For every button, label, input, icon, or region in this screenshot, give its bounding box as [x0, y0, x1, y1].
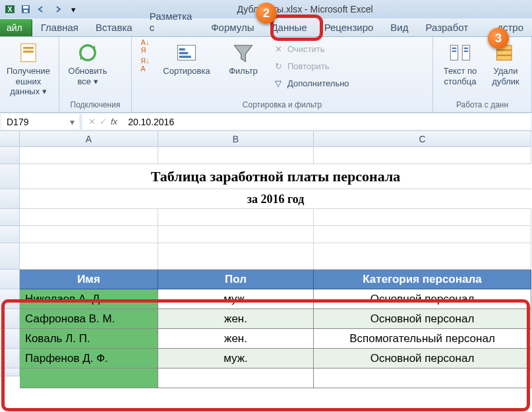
- svg-rect-17: [464, 47, 469, 49]
- ribbon: Получение ешних данных ▾ Обновить все ▾ …: [0, 37, 532, 113]
- name-box[interactable]: D179 ▾: [1, 114, 80, 129]
- database-icon: [16, 41, 40, 65]
- qat-dropdown-icon[interactable]: ▾: [66, 2, 80, 16]
- group-sort-filter: А↓Я Я↓А Сортировка Фильтр ✕Очистить ↻Пов…: [132, 37, 433, 112]
- table-row[interactable]: Николаев А. Д. муж. Основной персонал: [0, 289, 532, 309]
- tab-layout[interactable]: Разметка с: [141, 7, 203, 36]
- text-columns-label: Текст по столбца: [444, 66, 477, 86]
- col-header-a[interactable]: A: [20, 131, 158, 147]
- column-headers: A B C: [0, 131, 532, 147]
- tab-home[interactable]: Главная: [32, 18, 87, 36]
- select-all-corner[interactable]: [0, 131, 20, 147]
- cell-name: Николаев А. Д.: [20, 289, 158, 309]
- quick-access-toolbar: X ▾: [3, 2, 80, 16]
- cell-cat: Основной персонал: [314, 289, 531, 309]
- advanced-icon: ▽: [273, 78, 283, 88]
- svg-rect-18: [464, 51, 469, 52]
- tab-insert[interactable]: Вставка: [87, 18, 141, 36]
- refresh-icon: [76, 41, 100, 65]
- get-data-label: Получение ешних данных ▾: [7, 66, 50, 97]
- cell-name: Сафронова В. М.: [20, 309, 158, 329]
- th-sex: Пол: [158, 270, 314, 289]
- redo-icon[interactable]: [50, 2, 65, 16]
- funnel-icon: [231, 41, 255, 65]
- sheet-body[interactable]: Таблица заработной платы персонала за 20…: [0, 147, 532, 376]
- sort-label: Сортировка: [163, 66, 210, 76]
- svg-rect-20: [497, 51, 512, 55]
- sort-desc-icon: Я↓А: [140, 59, 150, 70]
- group-label-sort: Сортировка и фильтр: [137, 99, 427, 111]
- cell-sex: муж.: [158, 349, 314, 368]
- namebox-dropdown-icon[interactable]: ▾: [70, 117, 74, 127]
- sort-button[interactable]: Сортировка: [157, 40, 216, 77]
- spreadsheet-grid: A B C Таблица заработной платы персонала…: [0, 131, 532, 376]
- name-box-value: D179: [7, 117, 28, 127]
- table-row[interactable]: Сафронова В. М. жен. Основной персонал: [0, 309, 532, 329]
- annotation-callout-2: 2: [256, 3, 277, 24]
- save-icon[interactable]: [18, 2, 33, 16]
- cell-cat: Вспомогательный персонал: [314, 329, 531, 349]
- tab-formulas[interactable]: Формулы: [202, 18, 262, 36]
- svg-rect-10: [179, 48, 185, 50]
- filter-label: Фильтр: [229, 66, 258, 76]
- group-label-1: [5, 108, 53, 111]
- svg-rect-7: [23, 51, 34, 53]
- svg-rect-3: [23, 6, 28, 9]
- group-get-data: Получение ешних данных ▾: [0, 37, 59, 112]
- table-row[interactable]: Парфенов Д. Ф. муж. Основной персонал: [0, 349, 532, 368]
- filter-button[interactable]: Фильтр: [220, 40, 266, 77]
- text-columns-icon: [448, 41, 472, 65]
- svg-rect-15: [452, 47, 457, 49]
- get-external-data-button[interactable]: Получение ешних данных ▾: [5, 40, 51, 98]
- th-name: Имя: [20, 270, 158, 289]
- cancel-formula-icon[interactable]: ✕: [88, 117, 96, 127]
- sort-icon: [175, 41, 198, 65]
- enter-formula-icon[interactable]: ✓: [100, 117, 107, 127]
- svg-rect-16: [452, 51, 457, 52]
- fx-icon[interactable]: fх: [111, 117, 117, 127]
- remove-dup-label: Удали дублик: [492, 66, 519, 86]
- col-header-b[interactable]: B: [158, 131, 314, 147]
- cell-name: Коваль Л. П.: [20, 329, 158, 349]
- sort-asc-icon: А↓Я: [140, 41, 150, 51]
- tab-review[interactable]: Рецензиро: [316, 18, 382, 36]
- table-row-partial[interactable]: [0, 368, 532, 376]
- formula-bar: D179 ▾ ✕ ✓ fх 20.10.2016: [0, 113, 532, 131]
- clear-icon: ✕: [273, 44, 283, 54]
- svg-rect-21: [497, 56, 512, 61]
- advanced-filter-button[interactable]: ▽Дополнительно: [270, 76, 352, 90]
- cell-sex: муж.: [158, 289, 314, 309]
- sort-desc-button[interactable]: Я↓А: [137, 58, 153, 71]
- cell-sex: жен.: [158, 329, 314, 349]
- svg-text:X: X: [8, 6, 13, 13]
- svg-rect-4: [24, 10, 28, 13]
- formula-input[interactable]: 20.10.2016: [123, 117, 531, 127]
- group-connections: Обновить все ▾ Подключения: [59, 37, 132, 112]
- refresh-label: Обновить все ▾: [69, 66, 107, 86]
- col-header-c[interactable]: C: [314, 131, 531, 147]
- cell-sex: жен.: [158, 309, 314, 329]
- table-header-row: Имя Пол Категория персонала: [0, 270, 532, 289]
- group-label-datatools: Работа с данн: [438, 99, 526, 111]
- th-cat: Категория персонала: [314, 270, 531, 289]
- reapply-button[interactable]: ↻Повторить: [270, 59, 352, 73]
- clear-filter-button[interactable]: ✕Очистить: [270, 42, 352, 55]
- tab-view[interactable]: Вид: [382, 18, 417, 36]
- cell-cat: Основной персонал: [314, 309, 531, 329]
- svg-rect-11: [179, 52, 189, 54]
- table-row[interactable]: Коваль Л. П. жен. Вспомогательный персон…: [0, 329, 532, 349]
- tab-file[interactable]: айл: [0, 19, 32, 36]
- cell-cat: Основной персонал: [314, 349, 531, 368]
- undo-icon[interactable]: [34, 2, 49, 16]
- group-label-connections: Подключения: [65, 99, 126, 111]
- text-to-columns-button[interactable]: Текст по столбца: [438, 40, 482, 88]
- cell-name: Парфенов Д. Ф.: [20, 349, 158, 368]
- excel-icon[interactable]: X: [3, 2, 17, 16]
- sort-asc-button[interactable]: А↓Я: [137, 40, 153, 53]
- tab-developer[interactable]: Разработ: [417, 18, 477, 36]
- sheet-subtitle: за 2016 год: [20, 189, 531, 209]
- refresh-all-button[interactable]: Обновить все ▾: [65, 40, 111, 88]
- svg-rect-12: [179, 56, 191, 58]
- group-data-tools: Текст по столбца Удали дублик Работа с д…: [433, 37, 532, 112]
- sheet-title: Таблица заработной платы персонала: [20, 164, 531, 189]
